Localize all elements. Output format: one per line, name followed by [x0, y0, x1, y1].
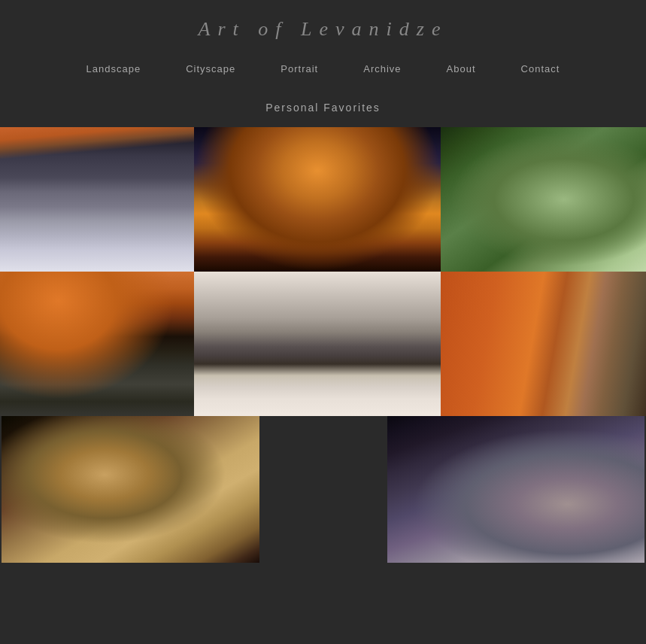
row3-gap [259, 416, 323, 563]
main-nav: Landscape Cityscape Portrait Archive Abo… [0, 57, 646, 87]
photo-portrait-rooftop[interactable] [387, 416, 644, 563]
nav-archive[interactable]: Archive [363, 63, 401, 74]
nav-contact[interactable]: Contact [521, 63, 560, 74]
nav-about[interactable]: About [447, 63, 476, 74]
site-title: Art of Levanidze [0, 18, 646, 41]
gallery-row-1 [0, 127, 646, 272]
photo-portrait-restaurant[interactable] [2, 416, 259, 563]
gallery [0, 127, 646, 563]
gallery-row-3 [0, 416, 646, 563]
photo-lake-sunset[interactable] [0, 272, 194, 416]
nav-cityscape[interactable]: Cityscape [186, 63, 235, 74]
photo-mossy-stream[interactable] [441, 127, 646, 272]
nav-landscape[interactable]: Landscape [86, 63, 141, 74]
page-subtitle: Personal Favorites [0, 87, 646, 120]
gallery-row-2 [0, 272, 646, 416]
photo-rain-portrait[interactable] [441, 272, 646, 416]
nav-portrait[interactable]: Portrait [281, 63, 318, 74]
site-header: Art of Levanidze Landscape Cityscape Por… [0, 0, 646, 127]
photo-foggy-forest[interactable] [194, 272, 441, 416]
photo-snowy-mountain[interactable] [0, 127, 194, 272]
photo-cityscape-dusk[interactable] [194, 127, 441, 272]
